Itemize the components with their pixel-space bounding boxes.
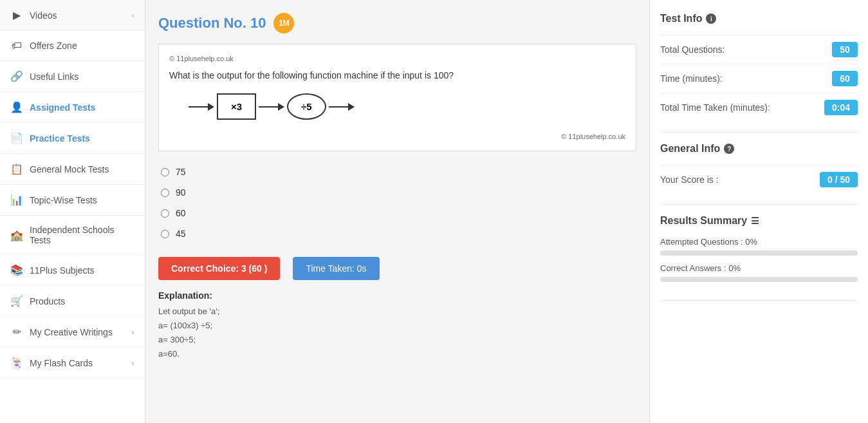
chevron-icon: ‹ — [132, 328, 134, 337]
function-box: ×3 — [217, 93, 256, 120]
radio-75[interactable] — [161, 168, 169, 176]
test-info-section: Test Info i Total Questions: 50 Time (mi… — [660, 13, 858, 133]
sidebar-item-independent-schools[interactable]: 🏫 Independent Schools Tests — [0, 216, 145, 255]
link-icon: 🔗 — [10, 70, 23, 82]
sidebar-item-label: My Creative Writings — [30, 327, 113, 337]
sidebar-item-products[interactable]: 🛒 Products — [0, 286, 145, 317]
results-summary-title: Results Summary ☰ — [660, 215, 858, 227]
mark-badge: 1M — [273, 13, 294, 33]
main-content: Question No. 10 1M © 11plusehelp.co.uk W… — [145, 0, 649, 423]
explanation-title: Explanation: — [158, 290, 636, 301]
attempted-progress-bg — [660, 250, 858, 256]
answer-option-3[interactable]: 60 — [158, 203, 636, 223]
your-score-value: 0 / 50 — [820, 172, 858, 187]
results-summary-section: Results Summary ☰ Attempted Questions : … — [660, 215, 858, 301]
sidebar-item-label: Videos — [30, 10, 57, 21]
radio-60[interactable] — [161, 209, 169, 218]
list-icon: ☰ — [751, 216, 759, 226]
explanation-text: Let output be 'a'; a= (100x3) ÷5; a= 300… — [158, 305, 636, 361]
option-label-90: 90 — [176, 187, 186, 198]
sidebar-item-flash-cards[interactable]: 🃏 My Flash Cards ‹ — [0, 348, 145, 379]
total-time-taken-row: Total Time Taken (minutes): 0:04 — [660, 93, 858, 122]
attempted-label: Attempted Questions : 0% — [660, 237, 858, 247]
chevron-icon: ‹ — [132, 359, 134, 368]
cards-icon: 🃏 — [10, 357, 23, 369]
total-questions-value: 50 — [832, 42, 858, 57]
school-icon: 🏫 — [10, 229, 23, 241]
sidebar-item-practice-tests[interactable]: 📄 Practice Tests — [0, 123, 145, 154]
answer-option-2[interactable]: 90 — [158, 182, 636, 203]
radio-45[interactable] — [161, 230, 169, 238]
sidebar-item-11plus-subjects[interactable]: 📚 11Plus Subjects — [0, 255, 145, 286]
answer-option-4[interactable]: 45 — [158, 223, 636, 244]
tag-icon: 🏷 — [10, 40, 23, 52]
explanation-line-2: a= (100x3) ÷5; — [158, 319, 636, 333]
total-time-taken-value: 0:04 — [824, 100, 858, 115]
option-label-75: 75 — [176, 167, 186, 177]
book-icon: 📚 — [10, 264, 23, 276]
right-panel: Test Info i Total Questions: 50 Time (mi… — [649, 0, 868, 423]
sidebar-item-topic-wise-tests[interactable]: 📊 Topic-Wise Tests — [0, 185, 145, 216]
time-minutes-value: 60 — [832, 71, 858, 86]
question-box: © 11plusehelp.co.uk What is the output f… — [158, 44, 636, 151]
explanation-line-3: a= 300÷5; — [158, 333, 636, 347]
info-icon[interactable]: i — [706, 14, 716, 24]
sidebar-item-label: Offers Zone — [30, 41, 77, 51]
general-info-section: General Info ? Your Score is : 0 / 50 — [660, 143, 858, 205]
answer-options: 75 90 60 45 — [158, 162, 636, 244]
total-time-taken-label: Total Time Taken (minutes): — [660, 102, 770, 113]
sidebar-item-creative-writings[interactable]: ✏ My Creative Writings ‹ — [0, 317, 145, 348]
question-header: Question No. 10 1M — [158, 13, 636, 33]
chart-icon: 📊 — [10, 194, 23, 206]
sidebar-item-useful-links[interactable]: 🔗 Useful Links — [0, 61, 145, 92]
sidebar-item-label: Products — [30, 296, 65, 306]
sidebar-item-videos[interactable]: ▶ Videos ‹ — [0, 0, 145, 31]
general-info-label: General Info — [660, 143, 720, 155]
output-arrow — [329, 103, 355, 111]
result-row: Correct Choice: 3 (60 ) Time Taken: 0s — [158, 257, 636, 280]
sidebar-item-label: Topic-Wise Tests — [30, 195, 97, 205]
results-summary-label: Results Summary — [660, 215, 747, 227]
pencil-icon: ✏ — [10, 326, 23, 338]
radio-90[interactable] — [161, 189, 169, 197]
sidebar-item-assigned-tests[interactable]: 👤 Assigned Tests — [0, 92, 145, 123]
question-icon[interactable]: ? — [724, 144, 734, 154]
option-label-45: 45 — [176, 229, 186, 239]
chevron-icon: ‹ — [132, 11, 134, 20]
total-questions-row: Total Questions: 50 — [660, 35, 858, 64]
sidebar-item-label: Useful Links — [30, 71, 78, 82]
clipboard-icon: 📋 — [10, 163, 23, 175]
correct-label: Correct Answers : 0% — [660, 263, 858, 273]
question-text: What is the output for the following fun… — [169, 70, 625, 80]
explanation-line-1: Let output be 'a'; — [158, 305, 636, 319]
sidebar-item-general-mock-tests[interactable]: 📋 General Mock Tests — [0, 154, 145, 185]
sidebar-item-offers-zone[interactable]: 🏷 Offers Zone — [0, 31, 145, 61]
sidebar-item-label: 11Plus Subjects — [30, 265, 94, 276]
test-info-title: Test Info i — [660, 13, 858, 24]
time-minutes-row: Time (minutes): 60 — [660, 64, 858, 93]
document-icon: 📄 — [10, 132, 23, 144]
time-minutes-label: Time (minutes): — [660, 73, 723, 84]
correct-progress-bg — [660, 277, 858, 282]
answer-option-1[interactable]: 75 — [158, 162, 636, 182]
time-taken-button[interactable]: Time Taken: 0s — [293, 257, 379, 280]
cart-icon: 🛒 — [10, 295, 23, 307]
correct-choice-button[interactable]: Correct Choice: 3 (60 ) — [158, 257, 280, 280]
copyright-top: © 11plusehelp.co.uk — [169, 55, 625, 62]
copyright-bottom: © 11plusehelp.co.uk — [169, 133, 625, 140]
input-arrow — [189, 103, 214, 111]
sidebar-item-label: Assigned Tests — [30, 102, 95, 113]
function-machine-diagram: ×3 ÷5 — [189, 93, 606, 120]
explanation-line-4: a=60. — [158, 347, 636, 361]
total-questions-label: Total Questions: — [660, 44, 725, 55]
explanation-section: Explanation: Let output be 'a'; a= (100x… — [158, 290, 636, 361]
middle-arrow — [259, 103, 284, 111]
sidebar: ▶ Videos ‹ 🏷 Offers Zone 🔗 Useful Links … — [0, 0, 145, 423]
sidebar-item-label: My Flash Cards — [30, 358, 93, 368]
video-icon: ▶ — [10, 9, 23, 21]
your-score-row: Your Score is : 0 / 50 — [660, 165, 858, 194]
question-title: Question No. 10 — [158, 15, 266, 32]
test-info-label: Test Info — [660, 13, 702, 24]
user-icon: 👤 — [10, 101, 23, 113]
your-score-label: Your Score is : — [660, 174, 719, 185]
